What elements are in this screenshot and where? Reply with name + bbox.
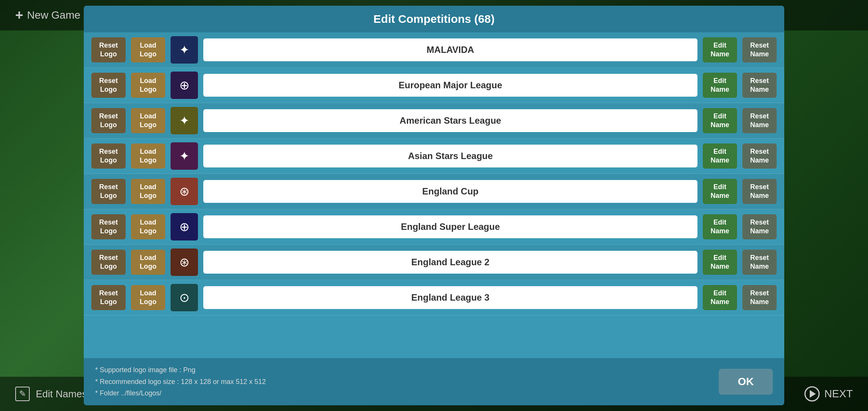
competition-name-input[interactable] (203, 74, 697, 97)
edit-competitions-dialog: Edit Competitions (68) ResetLogo LoadLog… (84, 6, 784, 405)
competition-logo: ⊛ (171, 249, 198, 276)
reset-logo-button[interactable]: ResetLogo (91, 285, 126, 311)
edit-name-button[interactable]: EditName (703, 143, 737, 169)
load-logo-button[interactable]: LoadLogo (131, 143, 165, 169)
competition-logo: ✦ (171, 36, 198, 64)
reset-logo-button[interactable]: ResetLogo (91, 108, 126, 134)
reset-name-button[interactable]: ResetName (742, 285, 777, 311)
load-logo-button[interactable]: LoadLogo (131, 285, 165, 311)
new-game-button[interactable]: + New Game (15, 7, 80, 23)
table-row: ResetLogo LoadLogo ✦ EditName ResetName (84, 103, 784, 139)
dialog-title: Edit Competitions (68) (84, 6, 784, 32)
competition-logo: ✦ (171, 142, 198, 170)
reset-name-button[interactable]: ResetName (742, 143, 777, 169)
table-row: ResetLogo LoadLogo ⊕ EditName ResetName (84, 209, 784, 245)
load-logo-button[interactable]: LoadLogo (131, 37, 165, 63)
footer-line3: * Folder ../files/Logos/ (95, 387, 266, 399)
load-logo-button[interactable]: LoadLogo (131, 73, 165, 98)
reset-name-button[interactable]: ResetName (742, 214, 777, 240)
competition-logo: ✦ (171, 107, 198, 134)
competition-name-input[interactable] (203, 38, 697, 61)
edit-name-button[interactable]: EditName (703, 179, 737, 204)
next-button[interactable]: NEXT (804, 386, 853, 401)
load-logo-button[interactable]: LoadLogo (131, 108, 165, 134)
competition-logo: ⊛ (171, 178, 198, 205)
load-logo-button[interactable]: LoadLogo (131, 250, 165, 275)
reset-name-button[interactable]: ResetName (742, 179, 777, 204)
reset-logo-button[interactable]: ResetLogo (91, 250, 126, 275)
edit-name-button[interactable]: EditName (703, 214, 737, 240)
load-logo-button[interactable]: LoadLogo (131, 179, 165, 204)
competition-name-input[interactable] (203, 109, 697, 132)
edit-icon: ✎ (15, 387, 30, 401)
edit-name-button[interactable]: EditName (703, 37, 737, 63)
plus-icon: + (15, 7, 23, 23)
reset-logo-button[interactable]: ResetLogo (91, 143, 126, 169)
competition-name-input[interactable] (203, 215, 697, 238)
competition-logo: ⊕ (171, 72, 198, 99)
footer-line1: * Supported logo image file : Png (95, 364, 266, 376)
footer-line2: * Recommended logo size : 128 x 128 or m… (95, 376, 266, 388)
reset-logo-button[interactable]: ResetLogo (91, 73, 126, 98)
edit-name-button[interactable]: EditName (703, 73, 737, 98)
table-row: ResetLogo LoadLogo ⊙ EditName ResetName (84, 280, 784, 315)
competition-name-input[interactable] (203, 251, 697, 274)
edit-names-label: Edit Names (36, 388, 87, 400)
reset-logo-button[interactable]: ResetLogo (91, 214, 126, 240)
reset-logo-button[interactable]: ResetLogo (91, 37, 126, 63)
competition-name-input[interactable] (203, 286, 697, 309)
play-icon (804, 386, 820, 401)
edit-names-section: ✎ Edit Names (15, 387, 87, 401)
edit-name-button[interactable]: EditName (703, 285, 737, 311)
new-game-label: New Game (27, 9, 80, 21)
competition-logo: ⊙ (171, 284, 198, 311)
competition-name-input[interactable] (203, 145, 697, 167)
edit-name-button[interactable]: EditName (703, 108, 737, 134)
dialog-footer: * Supported logo image file : Png * Reco… (84, 358, 784, 405)
reset-name-button[interactable]: ResetName (742, 250, 777, 275)
competition-logo: ⊕ (171, 213, 198, 241)
table-row: ResetLogo LoadLogo ⊕ EditName ResetName (84, 68, 784, 103)
ok-button[interactable]: OK (719, 369, 773, 395)
next-label: NEXT (824, 388, 853, 400)
reset-name-button[interactable]: ResetName (742, 37, 777, 63)
reset-name-button[interactable]: ResetName (742, 73, 777, 98)
reset-logo-button[interactable]: ResetLogo (91, 179, 126, 204)
play-triangle (810, 390, 816, 398)
reset-name-button[interactable]: ResetName (742, 108, 777, 134)
table-row: ResetLogo LoadLogo ✦ EditName ResetName (84, 139, 784, 174)
table-row: ResetLogo LoadLogo ✦ EditName ResetName (84, 32, 784, 68)
footer-info: * Supported logo image file : Png * Reco… (95, 364, 266, 399)
table-row: ResetLogo LoadLogo ⊛ EditName ResetName (84, 245, 784, 280)
table-row: ResetLogo LoadLogo ⊛ EditName ResetName (84, 174, 784, 209)
competitions-list: ResetLogo LoadLogo ✦ EditName ResetName … (84, 32, 784, 358)
competition-name-input[interactable] (203, 180, 697, 203)
edit-name-button[interactable]: EditName (703, 250, 737, 275)
load-logo-button[interactable]: LoadLogo (131, 214, 165, 240)
